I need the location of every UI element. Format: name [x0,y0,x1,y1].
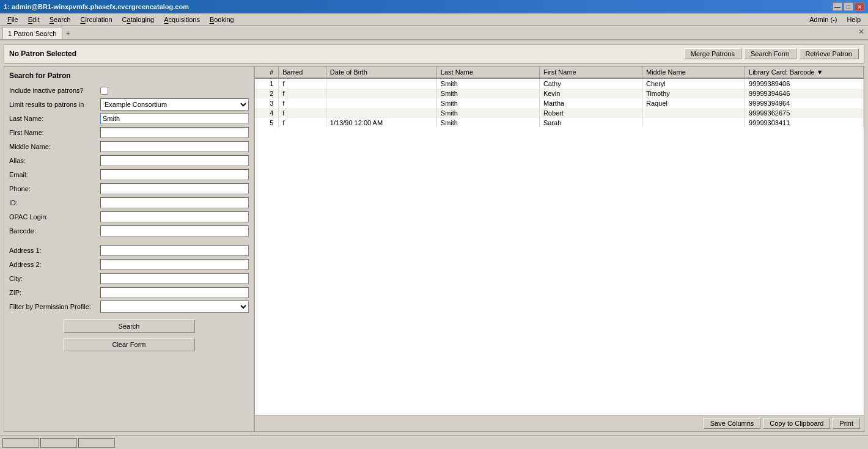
first-name-row: First Name: [9,126,249,139]
phone-input[interactable] [100,183,249,194]
search-form-button[interactable]: Search Form [744,48,796,59]
limit-results-label: Limit results to patrons in [9,101,98,108]
table-row[interactable]: 1 f Smith Cathy Cheryl 99999389406 [255,78,864,89]
admin-menu[interactable]: Admin (-) [804,15,842,24]
city-row: City: [9,272,249,285]
table-row[interactable]: 3 f Smith Martha Raquel 99999394964 [255,98,864,108]
menu-cataloging[interactable]: Cataloging [117,15,160,24]
menu-search[interactable]: Search [45,15,76,24]
cell-last: Smith [436,98,539,108]
cell-dob: 1/13/90 12:00 AM [326,118,436,128]
alias-label: Alias: [9,157,98,164]
address2-input[interactable] [100,259,249,270]
phone-label: Phone: [9,185,98,192]
cell-barred: f [279,98,326,108]
results-table: # Barred Date of Birth Last Name First N… [255,67,864,415]
zip-input[interactable] [100,287,249,298]
email-row: Email: [9,169,249,181]
barcode-input[interactable] [100,225,249,236]
maximize-button[interactable]: □ [844,2,853,11]
save-columns-button[interactable]: Save Columns [704,418,761,429]
patron-status: No Patron Selected [9,49,76,58]
cell-num: 4 [255,108,279,118]
table-row[interactable]: 4 f Smith Robert 99999362675 [255,108,864,118]
menu-acquisitions[interactable]: Acquisitions [159,15,205,24]
col-header-libcard[interactable]: Library Card: Barcode ▼ [745,67,864,78]
header-panel: No Patron Selected Merge Patrons Search … [4,44,864,64]
tab-patron-search[interactable]: 1 Patron Search [2,27,62,39]
menu-file[interactable]: File [2,15,23,24]
include-inactive-checkbox[interactable] [100,87,108,95]
cell-middle: Raquel [642,98,745,108]
opac-login-label: OPAC Login: [9,213,98,221]
filter-select[interactable] [100,301,249,313]
cell-libcard: 99999362675 [745,108,864,118]
results-body: 1 f Smith Cathy Cheryl 99999389406 2 f S… [255,78,864,128]
table-row[interactable]: 5 f 1/13/90 12:00 AM Smith Sarah 9999930… [255,118,864,128]
main-content: No Patron Selected Merge Patrons Search … [0,40,868,436]
col-header-dob[interactable]: Date of Birth [326,67,436,78]
cell-libcard: 99999389406 [745,78,864,89]
cell-barred: f [279,118,326,128]
address1-label: Address 1: [9,247,98,254]
merge-patrons-button[interactable]: Merge Patrons [684,48,741,59]
city-input[interactable] [100,273,249,284]
tab-bar: 1 Patron Search + ✕ [0,26,868,40]
last-name-row: Last Name: [9,112,249,125]
form-buttons: Search Clear Form [9,318,249,352]
opac-login-input[interactable] [100,211,249,222]
first-name-input[interactable] [100,127,249,138]
status-item-2 [40,438,77,448]
help-menu[interactable]: Help [842,15,866,24]
last-name-input[interactable] [100,113,249,124]
filter-label: Filter by Permission Profile: [9,303,98,310]
col-header-first[interactable]: First Name [539,67,642,78]
id-row: ID: [9,197,249,209]
retrieve-patron-button[interactable]: Retrieve Patron [799,48,859,59]
col-header-barred[interactable]: Barred [279,67,326,78]
menu-circulation[interactable]: Circulation [76,15,117,24]
window-title: 1: admin@BR1-winxpvmfx.phasefx.evergreen… [4,3,189,10]
cell-num: 3 [255,98,279,108]
limit-results-row: Limit results to patrons in Example Cons… [9,98,249,111]
clear-form-button[interactable]: Clear Form [64,338,195,351]
copy-to-clipboard-button[interactable]: Copy to Clipboard [763,418,830,429]
menu-booking[interactable]: Booking [205,15,239,24]
table-row[interactable]: 2 f Smith Kevin Timothy 99999394646 [255,89,864,98]
cell-first: Sarah [539,118,642,128]
close-window-button[interactable]: ✕ [855,2,864,11]
phone-row: Phone: [9,183,249,195]
limit-results-select[interactable]: Example Consortium [100,98,249,111]
middle-name-input[interactable] [100,141,249,152]
include-inactive-row: Include inactive patrons? [9,84,249,97]
col-header-last[interactable]: Last Name [436,67,539,78]
search-button[interactable]: Search [64,319,195,333]
print-button[interactable]: Print [833,418,860,429]
add-tab-button[interactable]: + [62,27,75,39]
close-tab-icon[interactable]: ✕ [858,27,864,36]
address1-input[interactable] [100,245,249,256]
cell-libcard: 99999394964 [745,98,864,108]
city-label: City: [9,275,98,282]
minimize-button[interactable]: — [833,2,842,11]
cell-barred: f [279,89,326,98]
cell-middle [642,108,745,118]
address2-row: Address 2: [9,258,249,271]
status-item-1 [2,438,39,448]
cell-last: Smith [436,78,539,89]
zip-row: ZIP: [9,287,249,299]
opac-login-row: OPAC Login: [9,211,249,223]
cell-middle [642,118,745,128]
id-input[interactable] [100,197,249,208]
col-header-num[interactable]: # [255,67,279,78]
cell-first: Robert [539,108,642,118]
table-header: # Barred Date of Birth Last Name First N… [255,67,864,78]
menu-edit[interactable]: Edit [23,15,45,24]
col-header-middle[interactable]: Middle Name [642,67,745,78]
filter-row: Filter by Permission Profile: [9,301,249,313]
email-input[interactable] [100,169,249,180]
window-controls: — □ ✕ [833,2,864,11]
cell-num: 2 [255,89,279,98]
alias-input[interactable] [100,155,249,166]
address1-row: Address 1: [9,244,249,257]
